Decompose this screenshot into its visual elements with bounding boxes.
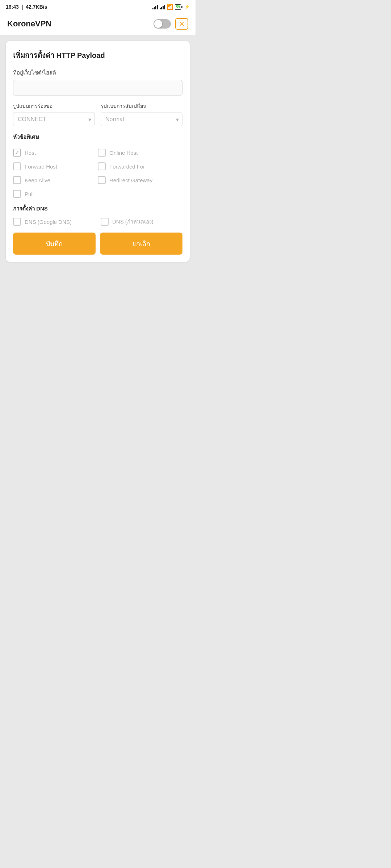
substitute-wrapper: Normal Base64 Hex [101, 112, 182, 126]
checkbox-pull[interactable]: Pull [13, 187, 98, 201]
checkbox-dns-custom[interactable]: DNS (กำหนดเอง) [101, 217, 182, 226]
vpn-toggle[interactable] [154, 19, 171, 29]
substitute-group: รูปแบบการสับเปลี่ยน Normal Base64 Hex [101, 102, 182, 126]
checkbox-host[interactable]: Host [13, 146, 98, 159]
dns-label: การตั้งค่า DNS [13, 204, 182, 213]
checkboxes-grid: Host Online Host Forward Host Forwarded … [13, 146, 182, 201]
checkbox-online-host-label: Online Host [109, 150, 138, 156]
checkbox-keep-alive-box [13, 176, 21, 184]
toggle-knob [154, 20, 162, 28]
checkbox-pull-label: Pull [25, 191, 34, 197]
app-title: KoroneVPN [7, 19, 51, 29]
checkbox-forwarded-for[interactable]: Forwarded For [98, 159, 182, 173]
checkbox-forward-host-label: Forward Host [25, 163, 57, 170]
checkbox-dns-custom-box [101, 218, 109, 226]
checkbox-host-box [13, 149, 21, 157]
content-area: เพิ่มการตั้งค่า HTTP Payload ที่อยู่เว็บ… [0, 35, 196, 268]
app-header: KoroneVPN [0, 13, 196, 35]
save-button[interactable]: บันทึก [13, 233, 96, 255]
host-input[interactable] [13, 80, 182, 95]
checkbox-dns-google-box [13, 218, 21, 226]
dns-section: การตั้งค่า DNS DNS (Google DNS) DNS (กำห… [13, 204, 182, 226]
checkbox-keep-alive-label: Keep Alive [25, 177, 50, 183]
signal-icon-2 [160, 5, 165, 9]
buttons-row: บันทึก ยกเลิก [13, 233, 182, 255]
cancel-button[interactable]: ยกเลิก [100, 233, 182, 255]
checkbox-dns-custom-label: DNS (กำหนดเอง) [112, 217, 154, 226]
checkbox-forward-host-box [13, 162, 21, 170]
host-label: ที่อยู่เว็บไซต์/โฮสต์ [13, 68, 182, 77]
status-time: 16:43 | 42.7KB/s [6, 4, 47, 10]
wifi-icon: 📶 [167, 4, 173, 10]
checkbox-redirect-gateway-label: Redirect Gateway [109, 177, 152, 183]
header-actions [154, 18, 188, 30]
request-type-group: รูปแบบการร้องขอ CONNECT GET POST [13, 102, 95, 126]
checkbox-keep-alive[interactable]: Keep Alive [13, 173, 98, 187]
dropdowns-row: รูปแบบการร้องขอ CONNECT GET POST รูปแบบก… [13, 102, 182, 126]
signal-icon-1 [152, 5, 158, 9]
charging-icon: ⚡ [184, 4, 190, 9]
checkbox-host-label: Host [25, 150, 36, 156]
checkbox-redirect-gateway-box [98, 176, 106, 184]
checkbox-forwarded-for-label: Forwarded For [109, 163, 145, 170]
form-title: เพิ่มการตั้งค่า HTTP Payload [13, 50, 182, 61]
special-headers-label: หัวข้อพิเศษ [13, 133, 182, 141]
checkbox-forward-host[interactable]: Forward Host [13, 159, 98, 173]
checkbox-dns-google-label: DNS (Google DNS) [25, 219, 72, 225]
checkbox-forwarded-for-box [98, 162, 106, 170]
checkbox-pull-box [13, 190, 21, 198]
status-icons: 📶 59 ⚡ [152, 4, 190, 10]
request-type-select[interactable]: CONNECT GET POST [13, 112, 95, 126]
substitute-label: รูปแบบการสับเปลี่ยน [101, 102, 182, 110]
battery-icon: 59 [175, 4, 181, 10]
close-button[interactable] [175, 18, 188, 30]
checkbox-redirect-gateway[interactable]: Redirect Gateway [98, 173, 182, 187]
checkbox-online-host-box [98, 149, 106, 157]
status-bar: 16:43 | 42.7KB/s 📶 59 ⚡ [0, 0, 196, 13]
checkbox-online-host[interactable]: Online Host [98, 146, 182, 159]
substitute-select[interactable]: Normal Base64 Hex [101, 112, 182, 126]
checkbox-dns-google[interactable]: DNS (Google DNS) [13, 217, 95, 226]
dns-row: DNS (Google DNS) DNS (กำหนดเอง) [13, 217, 182, 226]
empty-cell [98, 187, 182, 201]
form-card: เพิ่มการตั้งค่า HTTP Payload ที่อยู่เว็บ… [6, 41, 190, 262]
request-type-wrapper: CONNECT GET POST [13, 112, 95, 126]
request-type-label: รูปแบบการร้องขอ [13, 102, 95, 110]
